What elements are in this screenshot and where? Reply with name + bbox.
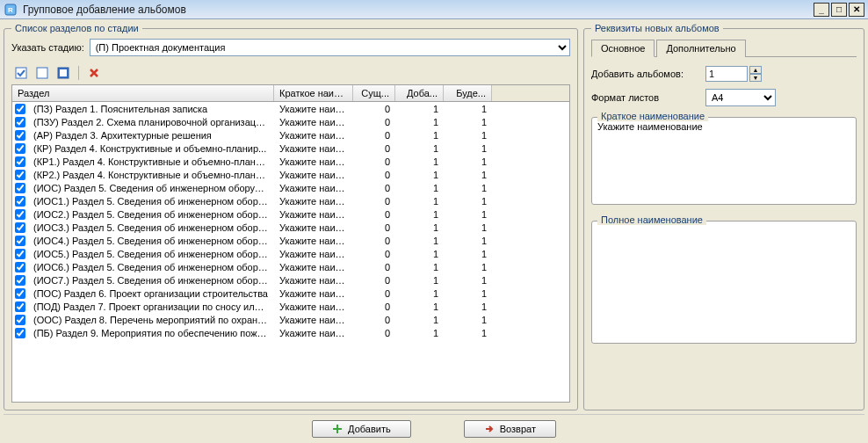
col-section[interactable]: Раздел [12,85,274,101]
row-checkbox[interactable] [12,130,28,141]
row-will: 1 [444,288,492,299]
row-exist: 0 [353,117,395,127]
row-will: 1 [444,170,492,180]
row-exist: 0 [353,328,395,338]
row-short: Укажите наим... [274,236,353,246]
row-will: 1 [444,143,492,154]
close-button[interactable]: ✕ [849,3,864,17]
col-add[interactable]: Доба... [395,85,444,101]
row-checkbox[interactable] [12,249,28,259]
tab-extra[interactable]: Дополнительно [656,40,745,57]
plus-icon [332,424,343,434]
row-label: (ИОС4.) Раздел 5. Сведения об инженерном… [28,236,274,246]
row-checkbox[interactable] [12,196,28,207]
tab-main[interactable]: Основное [591,40,655,57]
footer: Добавить Возврат [4,414,864,439]
table-row[interactable]: (КР) Раздел 4. Конструктивные и объемно-… [12,142,569,155]
row-checkbox[interactable] [12,117,28,127]
row-exist: 0 [353,288,395,299]
table-row[interactable]: (ПЗУ) Раздел 2. Схема планировочной орга… [12,115,569,128]
short-name-value[interactable]: Укажите наименование [597,121,850,132]
row-will: 1 [444,315,492,325]
table-row[interactable]: (ИОС4.) Раздел 5. Сведения об инженерном… [12,234,569,247]
col-will[interactable]: Буде... [444,85,492,101]
row-will: 1 [444,183,492,193]
format-label: Формат листов [591,92,705,103]
row-add: 1 [395,301,444,312]
row-will: 1 [444,301,492,312]
add-albums-input[interactable] [705,66,748,82]
row-add: 1 [395,130,444,141]
row-checkbox[interactable] [12,156,28,167]
add-button-label: Добавить [348,424,391,434]
add-albums-spinner[interactable]: ▲ ▼ [705,66,762,82]
row-short: Укажите наим... [274,222,353,233]
table-row[interactable]: (КР2.) Раздел 4. Конструктивные и объемн… [12,168,569,181]
back-button[interactable]: Возврат [464,420,556,438]
stage-label: Указать стадию: [11,42,84,53]
table-row[interactable]: (ПОС) Раздел 6. Проект организации строи… [12,287,569,300]
spin-up-icon[interactable]: ▲ [749,66,762,74]
row-checkbox[interactable] [12,183,28,193]
table-row[interactable]: (ПЗ) Раздел 1. Пояснительная запискаУкаж… [12,102,569,115]
row-label: (ИОС2.) Раздел 5. Сведения об инженерном… [28,209,274,220]
table-row[interactable]: (ИОС5.) Раздел 5. Сведения об инженерном… [12,247,569,260]
row-checkbox[interactable] [12,288,28,299]
row-label: (ПБ) Раздел 9. Мероприятия по обеспечени… [28,328,274,338]
stage-select[interactable]: (П) Проектная документация [90,39,570,56]
row-checkbox[interactable] [12,328,28,338]
row-add: 1 [395,222,444,233]
row-checkbox[interactable] [12,143,28,154]
table-row[interactable]: (КР1.) Раздел 4. Конструктивные и объемн… [12,155,569,168]
row-add: 1 [395,170,444,180]
row-label: (ПОД) Раздел 7. Проект организации по сн… [28,301,274,312]
full-name-legend: Полное наименование [597,214,706,225]
row-will: 1 [444,117,492,127]
format-select[interactable]: А4 [705,89,776,106]
row-checkbox[interactable] [12,170,28,180]
table-row[interactable]: (ИОС7.) Раздел 5. Сведения об инженерном… [12,273,569,287]
row-checkbox[interactable] [12,209,28,220]
row-checkbox[interactable] [12,315,28,325]
row-short: Укажите наим... [274,275,353,286]
row-add: 1 [395,262,444,272]
row-checkbox[interactable] [12,301,28,312]
col-short[interactable]: Краткое наиме... [274,85,353,101]
invert-icon[interactable] [55,65,71,81]
table-row[interactable]: (ПБ) Раздел 9. Мероприятия по обеспечени… [12,326,569,339]
minimize-button[interactable]: _ [814,3,829,17]
row-exist: 0 [353,315,395,325]
table-row[interactable]: (ПОД) Раздел 7. Проект организации по сн… [12,300,569,313]
row-will: 1 [444,196,492,207]
table-row[interactable]: (АР) Раздел 3. Архитектурные решенияУкаж… [12,128,569,142]
grid-body[interactable]: (ПЗ) Раздел 1. Пояснительная запискаУкаж… [12,102,569,402]
row-will: 1 [444,222,492,233]
check-all-icon[interactable] [13,65,29,81]
table-row[interactable]: (ИОС6.) Раздел 5. Сведения об инженерном… [12,260,569,273]
col-exist[interactable]: Сущ... [353,85,395,101]
table-row[interactable]: (ИОС) Раздел 5. Сведения об инженерном о… [12,181,569,194]
row-label: (ИОС7.) Раздел 5. Сведения об инженерном… [28,275,274,286]
row-short: Укажите наим... [274,130,353,141]
tabs: Основное Дополнительно [591,39,857,57]
row-checkbox[interactable] [12,104,28,114]
grid-header: Раздел Краткое наиме... Сущ... Доба... Б… [12,85,569,102]
row-checkbox[interactable] [12,275,28,286]
row-checkbox[interactable] [12,222,28,233]
spin-down-icon[interactable]: ▼ [749,74,762,82]
maximize-button[interactable]: □ [831,3,847,17]
table-row[interactable]: (ИОС2.) Раздел 5. Сведения об инженерном… [12,207,569,221]
row-checkbox[interactable] [12,262,28,272]
row-label: (ИОС5.) Раздел 5. Сведения об инженерном… [28,249,274,259]
row-add: 1 [395,209,444,220]
row-exist: 0 [353,196,395,207]
table-row[interactable]: (ИОС3.) Раздел 5. Сведения об инженерном… [12,221,569,234]
delete-icon[interactable] [86,65,102,81]
add-button[interactable]: Добавить [312,420,411,438]
table-row[interactable]: (ООС) Раздел 8. Перечень мероприятий по … [12,313,569,326]
table-row[interactable]: (ИОС1.) Раздел 5. Сведения об инженерном… [12,194,569,207]
row-short: Укажите наим... [274,301,353,312]
uncheck-all-icon[interactable] [34,65,50,81]
row-checkbox[interactable] [12,236,28,246]
row-add: 1 [395,143,444,154]
